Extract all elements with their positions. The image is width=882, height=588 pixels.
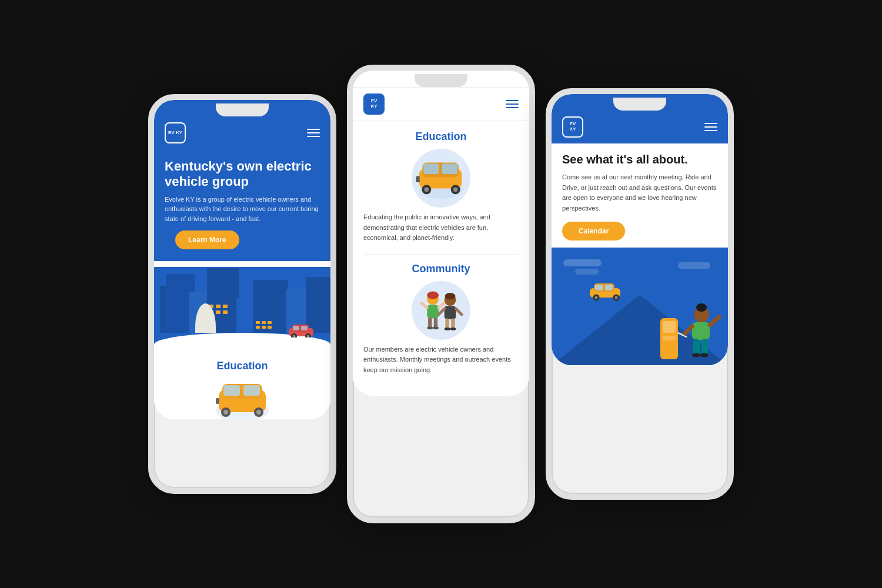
svg-rect-49 (595, 285, 603, 290)
phone1-education-title: Education (165, 360, 320, 372)
phone3-section-desc: Come see us at our next monthly meeting,… (562, 172, 717, 213)
phone2-bus-svg (415, 157, 467, 199)
phone3-navbar: EVKY (552, 111, 728, 143)
svg-line-63 (710, 317, 719, 325)
phone1-menu-icon[interactable] (307, 129, 320, 137)
svg-rect-31 (427, 305, 439, 319)
svg-rect-62 (692, 322, 710, 340)
svg-line-42 (456, 309, 462, 315)
svg-line-64 (685, 326, 692, 333)
phone2-community-desc: Our members are electric vehicle owners … (363, 345, 519, 376)
bus-svg-small (213, 378, 272, 419)
phone2-community-title: Community (363, 263, 519, 275)
phone3-menu-icon[interactable] (704, 123, 717, 131)
svg-rect-28 (419, 177, 422, 180)
svg-point-36 (427, 327, 433, 330)
phone2-education-block: Education (363, 131, 519, 243)
svg-point-68 (700, 353, 709, 358)
svg-rect-12 (243, 385, 260, 396)
svg-point-39 (445, 293, 456, 299)
svg-point-54 (615, 296, 618, 299)
phone2-education-desc: Educating the public in innovative ways,… (363, 212, 519, 243)
phone2-people-circle (412, 281, 470, 340)
svg-rect-66 (701, 339, 708, 355)
svg-point-67 (692, 353, 700, 358)
phone2-people-icon-container (363, 281, 519, 340)
phone3-header: See what it's all about. Come see us at … (552, 143, 728, 248)
phone3-charger-svg (654, 300, 725, 365)
phone3-charger-scene (654, 300, 725, 365)
svg-rect-17 (216, 398, 219, 404)
phone2-bus-icon-container (363, 149, 519, 208)
svg-point-45 (445, 328, 450, 330)
phone3-car-svg (587, 280, 625, 302)
phone2-navbar: EVKY (353, 88, 529, 121)
learn-more-button[interactable]: Learn More (175, 230, 239, 249)
windows-2 (256, 321, 272, 329)
phone-1: EV KY Kentucky's own electric vehicle gr… (148, 94, 336, 494)
svg-line-33 (439, 303, 445, 308)
svg-rect-43 (445, 319, 449, 329)
notch-2 (415, 74, 467, 87)
phone2-content: Education (353, 121, 529, 396)
svg-point-60 (696, 303, 707, 312)
svg-point-37 (433, 327, 439, 330)
phone3-bottom (552, 248, 728, 365)
svg-line-32 (421, 303, 427, 308)
phone2-people-svg (415, 285, 467, 335)
phone1-bus-preview (165, 378, 320, 419)
svg-line-41 (439, 309, 445, 315)
phone-3: EVKY See what it's all about. Come see u… (546, 88, 734, 500)
phone3-section-title: See what it's all about. (562, 153, 717, 166)
phone-2: EVKY Education (347, 65, 535, 523)
cloud-2 (575, 269, 599, 275)
svg-point-16 (256, 410, 261, 415)
svg-rect-22 (442, 163, 457, 174)
phone3-logo: EVKY (562, 116, 583, 138)
svg-rect-57 (663, 336, 676, 340)
svg-rect-56 (663, 321, 676, 333)
phone1-navbar: EV KY (154, 116, 330, 149)
phone1-hero-title: Kentucky's own electric vehicle group (165, 159, 320, 190)
phone2-bus-circle (412, 149, 470, 208)
svg-rect-44 (451, 319, 455, 329)
divider (363, 254, 519, 255)
building-5 (236, 298, 254, 333)
svg-point-30 (427, 292, 439, 299)
phone2-menu-icon[interactable] (506, 100, 519, 108)
svg-rect-11 (223, 385, 240, 396)
svg-point-46 (450, 328, 456, 330)
svg-point-52 (595, 296, 598, 299)
notch-1 (216, 103, 269, 116)
notch-3 (613, 98, 666, 111)
svg-rect-34 (428, 318, 432, 328)
svg-point-26 (453, 187, 458, 192)
scene: EV KY Kentucky's own electric vehicle gr… (113, 41, 769, 547)
svg-rect-27 (416, 176, 420, 182)
svg-rect-6 (293, 326, 299, 330)
svg-rect-7 (301, 326, 308, 330)
svg-rect-50 (605, 285, 613, 290)
phone1-car-svg (286, 321, 316, 338)
calendar-button[interactable]: Calendar (562, 222, 625, 240)
svg-rect-35 (434, 318, 438, 328)
phone2-logo: EVKY (363, 93, 385, 115)
svg-point-14 (223, 410, 228, 415)
svg-point-24 (424, 187, 429, 192)
svg-rect-21 (423, 163, 439, 174)
phone1-logo: EV KY (165, 122, 186, 143)
svg-rect-40 (445, 306, 456, 319)
phone1-bottom: Education (154, 349, 330, 419)
cloud-3 (678, 262, 710, 269)
phone2-education-title: Education (363, 131, 519, 143)
phone2-community-block: Community (363, 263, 519, 376)
svg-rect-65 (693, 339, 700, 355)
cloud-1 (563, 259, 602, 266)
phone1-hero-desc: Evolve KY is a group of electric vehicle… (165, 195, 320, 224)
